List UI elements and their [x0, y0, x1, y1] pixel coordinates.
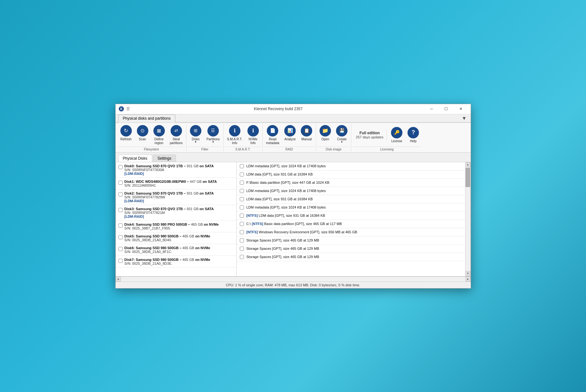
disk0-checkbox[interactable] [118, 165, 123, 169]
disk3-model: Samsung SSD 870 QVO 1TB [136, 207, 183, 211]
disk-row-1[interactable]: Disk1: WDC WDS480G2G0B-00EPW0 – 447 GB o… [116, 178, 236, 189]
disk-row-5[interactable]: Disk5: Samsung SSD 980 500GB – 465 GB on… [116, 232, 236, 244]
partition-row[interactable]: [NTFS] LDM data [GPT], size 931 GB at 16… [237, 212, 465, 220]
part-d2-1-checkbox[interactable] [240, 197, 244, 201]
scrollbar-thumb[interactable] [466, 168, 470, 187]
part-d7-0-text: Storage Spaces [GPT], size 465 GB at 129… [246, 255, 319, 259]
manual-button[interactable]: 📋 Manual [299, 123, 314, 143]
part-d1-0-checkbox[interactable] [240, 181, 244, 185]
partition-row[interactable]: Storage Spaces [GPT], size 465 GB at 129… [237, 245, 465, 253]
disk4-checkbox[interactable] [118, 223, 123, 228]
disk3-serial: S/N: S5RRNF0T477821M [125, 211, 214, 215]
define-region-icon: ▦ [153, 125, 165, 136]
tab-physical-disks-partitions[interactable]: Physical disks and partitions [118, 115, 176, 123]
disk2-tag: [LDM-RAID] [125, 199, 214, 203]
partition-row[interactable]: LDM data [GPT], size 931 GB at 16384 KB [237, 195, 465, 203]
partition-row[interactable]: Storage Spaces [GPT], size 465 GB at 129… [237, 253, 465, 261]
partitions-icon: ☰ [207, 125, 219, 136]
disk4-serial: S/N: 0025_38B7_21B7_F955. [125, 226, 219, 230]
hamburger-icon[interactable]: ☰ [126, 107, 130, 111]
tab-dropdown-arrow[interactable]: ▼ [461, 115, 468, 122]
read-metadata-button[interactable]: 📄 Readmetadata [264, 123, 282, 147]
scan-button[interactable]: ⊙ Scan [135, 123, 151, 143]
disk6-serial: S/N: 0025_38DB_21A0_8F1C. [125, 250, 210, 254]
part-d4-1-text: [NTFS] Windows Recovery Environment [GPT… [246, 230, 357, 234]
tab-strip: Physical disks and partitions ▼ [116, 114, 471, 123]
steal-partitions-button[interactable]: ⇄ Stealpartitions [168, 123, 185, 147]
define-region-button[interactable]: ▦ Defineregion [151, 123, 167, 147]
partition-row[interactable]: Storage Spaces [GPT], size 465 GB at 129… [237, 236, 465, 245]
disks-button[interactable]: ⊞ Disks ▼ [188, 123, 204, 145]
partition-row[interactable]: LDM data [GPT], size 931 GB at 16384 KB [237, 170, 465, 179]
minimize-button[interactable]: ─ [424, 104, 439, 114]
svg-text:K: K [120, 107, 123, 111]
partition-row[interactable]: LDM metadata [GPT], size 1024 KB at 1740… [237, 203, 465, 212]
manual-icon: 📋 [301, 125, 312, 136]
title-bar: K ☰ Klennet Recovery build 2357 ─ ☐ ✕ [116, 104, 471, 114]
days-updates-label: 257 days updates [356, 135, 383, 139]
part-d4-1-checkbox[interactable] [240, 230, 244, 234]
hscroll-left-button[interactable]: ◄ [116, 276, 121, 282]
partition-row[interactable]: LDM metadata [GPT], size 1024 KB at 1740… [237, 187, 465, 195]
hscroll-right-button[interactable]: ► [466, 276, 471, 282]
create-button[interactable]: 💾 Create ▼ [334, 123, 350, 145]
part-d3-1-checkbox[interactable] [240, 214, 244, 218]
scan-icon: ⊙ [137, 125, 148, 136]
maximize-button[interactable]: ☐ [439, 104, 454, 114]
disk-row-7[interactable]: Disk7: Samsung SSD 980 500GB – 465 GB on… [116, 256, 236, 268]
ribbon: ↻ Refresh ⊙ Scan ▦ Defineregion ⇄ Stealp… [116, 123, 471, 153]
scrollbar-up-button[interactable]: ▲ [465, 162, 470, 167]
part-d3-0-checkbox[interactable] [240, 205, 244, 209]
close-button[interactable]: ✕ [454, 104, 468, 114]
license-button[interactable]: 🔑 License [389, 125, 405, 145]
tab-physical-disks[interactable]: Physical Disks [118, 155, 152, 162]
partition-row[interactable]: F:\Basic data partition [GPT], size 447 … [237, 179, 465, 187]
part-d0-0-checkbox[interactable] [240, 164, 244, 168]
scrollbar-down-button[interactable]: ▼ [465, 271, 470, 276]
part-d4-0-checkbox[interactable] [240, 222, 244, 226]
disk-row-4[interactable]: Disk4: Samsung SSD 980 PRO 500GB – 465 G… [116, 221, 236, 232]
create-icon: 💾 [336, 125, 347, 136]
part-d1-0-text: F:\Basic data partition [GPT], size 447 … [246, 181, 330, 184]
disk6-checkbox[interactable] [118, 247, 123, 251]
disk-row-2[interactable]: Disk2: Samsung SSD 870 QVO 1TB – 931 GB … [116, 189, 236, 205]
disk5-checkbox[interactable] [118, 235, 123, 239]
disk7-checkbox[interactable] [118, 259, 123, 263]
part-d7-0-checkbox[interactable] [240, 255, 244, 259]
disk3-checkbox[interactable] [118, 208, 123, 212]
disk-row-3[interactable]: Disk3: Samsung SSD 870 QVO 1TB – 931 GB … [116, 205, 236, 221]
filesystem-group-label: Filesystem [118, 147, 185, 152]
disk-row-6[interactable]: Disk6: Samsung SSD 980 500GB – 465 GB on… [116, 244, 236, 256]
open-button[interactable]: 📁 Open [317, 123, 333, 143]
help-button[interactable]: ? Help [405, 125, 421, 145]
part-d5-0-checkbox[interactable] [240, 238, 244, 243]
part-d0-1-checkbox[interactable] [240, 172, 244, 176]
disk3-name: Disk3: [125, 207, 136, 211]
ribbon-group-filesystem: ↻ Refresh ⊙ Scan ▦ Defineregion ⇄ Stealp… [117, 123, 187, 152]
open-icon: 📁 [320, 125, 331, 136]
ribbon-group-filter: ⊞ Disks ▼ ☰ Partitions ▼ Filter [186, 123, 224, 152]
disk6-name: Disk6: [125, 246, 136, 250]
refresh-button[interactable]: ↻ Refresh [118, 123, 134, 143]
partition-row[interactable]: C:\ [NTFS] Basic data partition [GPT], s… [237, 220, 465, 228]
analyze-button[interactable]: 📊 Analyze [282, 123, 298, 143]
disk6-model: Samsung SSD 980 500GB [136, 246, 179, 250]
full-edition-label: Full edition [360, 131, 380, 135]
disk-row-0[interactable]: Disk0: Samsung SSD 870 QVO 1TB – 931 GB … [116, 162, 236, 178]
disk2-checkbox[interactable] [118, 192, 123, 196]
disk1-checkbox[interactable] [118, 181, 123, 185]
part-d6-0-checkbox[interactable] [240, 247, 244, 251]
smart-info-button[interactable]: ℹ S.M.A.R.T.Info [225, 123, 245, 147]
create-dropdown-arrow: ▼ [340, 141, 343, 144]
horizontal-scrollbar: ◄ ► [116, 276, 471, 282]
part-d2-0-checkbox[interactable] [240, 189, 244, 193]
main-window: K ☰ Klennet Recovery build 2357 ─ ☐ ✕ Ph… [115, 104, 471, 289]
partition-row[interactable]: LDM metadata [GPT], size 1024 KB at 1740… [237, 162, 465, 170]
partitions-button[interactable]: ☰ Partitions ▼ [204, 123, 222, 145]
tab-settings[interactable]: Settings [153, 155, 176, 162]
partition-row[interactable]: [NTFS] Windows Recovery Environment [GPT… [237, 228, 465, 236]
nvme-info-button[interactable]: ℹ NVMeInfo [245, 123, 261, 147]
disk4-model: Samsung SSD 980 PRO 500GB [136, 223, 187, 226]
part-d2-0-text: LDM metadata [GPT], size 1024 KB at 1740… [246, 189, 326, 193]
nvme-info-icon: ℹ [247, 125, 259, 136]
